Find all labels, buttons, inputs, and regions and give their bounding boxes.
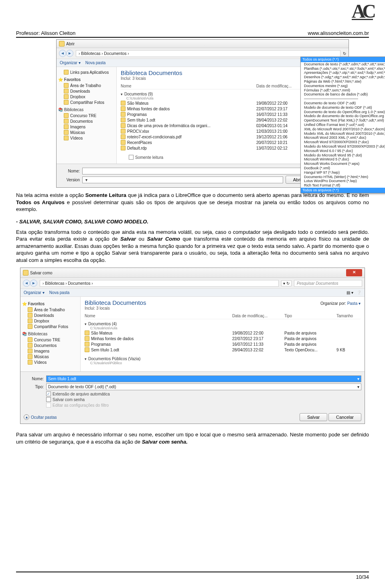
saveas-title: Salvar como xyxy=(30,271,53,275)
filetype-option[interactable]: Microsoft Word 97/2000/XP/2003 (*.doc) xyxy=(302,140,385,144)
newfolder-button[interactable]: Nova pasta xyxy=(49,290,70,295)
filetype-option[interactable]: Documento de texto ODF (*.odt) xyxy=(302,101,385,105)
filetype-option[interactable]: Lotus WordPro Document (*.lwp) xyxy=(302,179,385,183)
view-icon[interactable]: ▤ ▾ ❔ xyxy=(346,290,361,295)
sidebar-links[interactable]: Links para Aplicativos xyxy=(58,69,115,75)
filetype-selected[interactable]: Todos os arquivos (*.*) xyxy=(301,57,385,62)
sidebar-item[interactable]: Compartilhar Fotos xyxy=(22,324,79,329)
filetype-option[interactable]: Unified Office Format text (*.uof;*.uot) xyxy=(302,123,385,127)
organize-button[interactable]: Organizar ▾ xyxy=(24,290,45,295)
version-combo[interactable]: ▾ xyxy=(82,176,283,183)
save-button[interactable]: Salvar xyxy=(300,413,327,421)
filetype-selected-bottom[interactable]: Todos os arquivos (*.*) xyxy=(301,188,385,193)
filetype-option[interactable]: Modelo do Microsoft Word 97/2000/XP/2003… xyxy=(302,144,385,149)
col-size[interactable]: Tamanho xyxy=(336,314,361,318)
cancel-button[interactable]: Cancelar xyxy=(328,413,361,421)
folder-icon xyxy=(59,41,65,47)
group-header[interactable]: Documentos (4) xyxy=(88,322,117,326)
back-icon[interactable]: ◄ xyxy=(23,280,30,287)
breadcrumb[interactable]: › Bibliotecas › Documentos › xyxy=(76,50,340,57)
organize-button[interactable]: Organizar ▾ xyxy=(60,61,81,65)
sidebar-item[interactable]: Documentos xyxy=(58,118,115,124)
readonly-checkbox[interactable] xyxy=(129,155,134,160)
password-checkbox[interactable] xyxy=(46,397,51,402)
sidebar-item[interactable]: Músicas xyxy=(58,130,115,135)
filetype-option[interactable]: Documentos de banco de dados (*.odb) xyxy=(302,92,385,97)
password-label: Salvar com senha xyxy=(53,397,85,402)
name-input[interactable]: Sem título 1.odt ▾ xyxy=(46,375,361,382)
sidebar-item[interactable]: Imagens xyxy=(58,124,115,130)
sidebar-item[interactable]: Dropbox xyxy=(22,318,79,324)
sidebar-item[interactable]: Concurso TRE xyxy=(58,113,115,118)
col-type[interactable]: Tipo xyxy=(284,314,336,318)
filetype-option[interactable]: Documentos mestre (*.sxg) xyxy=(302,84,385,88)
filetype-option[interactable]: Apresentações (*.odp;*.otp;*.sti;*.sxd;*… xyxy=(302,71,385,75)
type-combo[interactable]: Documento de texto ODF (.odt) (*.odt)▾ xyxy=(46,383,361,390)
refresh-icon[interactable]: ↻ xyxy=(343,51,346,56)
filetype-option[interactable]: Microsoft WinWord 5 (*.doc) xyxy=(302,157,385,162)
chevron-up-icon[interactable]: ▴ xyxy=(24,414,29,420)
sidebar-item[interactable]: Compartilhar Fotos xyxy=(58,99,115,105)
refresh-icon[interactable]: ▾ ↻ xyxy=(281,280,292,286)
filetype-option[interactable]: Rich Text Format (*.rtf) xyxy=(302,183,385,188)
bibliotecas-label: Bibliotecas xyxy=(64,107,83,112)
sidebar-item[interactable]: Downloads xyxy=(22,312,79,318)
orgby-value[interactable]: Pasta ▾ xyxy=(347,301,361,306)
group-header[interactable]: Documentos (9) xyxy=(124,92,153,96)
filetype-option[interactable]: Microsoft Word 2003 XML (*.xml;*.doc) xyxy=(302,136,385,140)
col-name[interactable]: Nome xyxy=(85,314,232,318)
col-name[interactable]: Nome xyxy=(121,84,256,88)
file-row[interactable]: Programas16/07/2012 11:33Pasta de arquiv… xyxy=(85,341,361,347)
sidebar-item[interactable]: Downloads xyxy=(58,88,115,94)
back-icon[interactable]: ◄ xyxy=(59,50,66,57)
filetype-option[interactable]: DocBook (*.xml) xyxy=(302,166,385,170)
group2-header[interactable]: Documentos Públicos (Vazia) xyxy=(88,357,140,361)
filetype-option[interactable]: Modelo de documento de texto do OpenOffi… xyxy=(302,114,385,118)
filetype-option[interactable]: Documento HTML (Writer) (*.html;*.htm) xyxy=(302,175,385,179)
bibliotecas-label: Bibliotecas xyxy=(28,332,47,336)
filter-label: Editar as configurações do filtro xyxy=(53,403,109,408)
file-row[interactable]: Minhas fontes de dados22/07/2012 23:17Pa… xyxy=(85,336,361,341)
close-icon[interactable]: ✕ xyxy=(346,269,362,276)
sidebar-item[interactable]: Documentos xyxy=(22,343,79,348)
auto-ext-checkbox[interactable]: ✓ xyxy=(46,391,51,396)
page-footer: 10/34 xyxy=(16,572,369,580)
filetype-option[interactable]: Hangul WP 97 (*.hwp) xyxy=(302,170,385,175)
filetype-option[interactable]: Modelo de documento de texto ODF (*.ott) xyxy=(302,105,385,110)
screenshot-open-dialog: Abrir ◄► › Bibliotecas › Documentos › ↻ … xyxy=(56,39,349,188)
newfolder-button[interactable]: Nova pasta xyxy=(85,61,106,65)
filetype-option[interactable]: Desenhos (*.odg;*.otg;*.sxd;*.std;*.sgv;… xyxy=(302,75,385,79)
filetype-option[interactable]: Modelo do Microsoft Word 95 (*.dot) xyxy=(302,153,385,158)
filetype-option[interactable]: Páginas da Web (*.html;*.htm;*.stw) xyxy=(302,79,385,84)
filetype-option[interactable]: Microsoft Word 6.0 / 95 (*.doc) xyxy=(302,149,385,153)
fwd-icon[interactable]: ► xyxy=(66,50,73,57)
sidebar-item[interactable]: Imagens xyxy=(22,348,79,354)
sidebar-item[interactable]: Concurso TRE xyxy=(22,337,79,343)
filetype-option[interactable]: Modelo XML do Microsoft Word 2007/2010 (… xyxy=(302,132,385,136)
sidebar-item[interactable]: Dropbox xyxy=(58,94,115,99)
filetype-option[interactable]: Planilhas (*.ods;*.ots;*.sxc;*.stc;*.fod… xyxy=(302,67,385,71)
breadcrumb[interactable]: › Bibliotecas › Documentos › xyxy=(40,280,279,287)
search-input[interactable]: Pesquisar Documentos xyxy=(294,280,362,287)
sidebar-item[interactable]: Vídeos xyxy=(58,135,115,141)
sidebar-item[interactable]: Vídeos xyxy=(22,359,79,365)
filetype-option[interactable]: Documento de texto do OpenOffice.org 1.0… xyxy=(302,110,385,114)
group2-path: C:\Usuários\Público xyxy=(90,361,361,365)
col-date[interactable]: Data de modificaç... xyxy=(232,314,284,318)
file-row[interactable]: São Mateus19/08/2012 22:00Pasta de arqui… xyxy=(85,330,361,336)
filetype-option[interactable]: ——————————————— xyxy=(302,97,385,101)
sidebar-item[interactable]: Área de Trabalho xyxy=(22,307,79,312)
filetype-option[interactable]: Microsoft Works Document (*.wps) xyxy=(302,162,385,166)
file-row[interactable]: Sem título 1.odt28/04/2013 22:02Texto Op… xyxy=(85,347,361,353)
sidebar-item[interactable]: Área de Trabalho xyxy=(58,83,115,88)
filetype-option[interactable]: Fórmulas (*.odf;*.sxm;*.mml) xyxy=(302,88,385,93)
filetype-option[interactable]: OpenDocument Text (Flat XML) (*.fodt;*.o… xyxy=(302,118,385,123)
type-label: Tipo: xyxy=(24,385,44,389)
filetype-option[interactable]: XML do Microsoft Word 2007/2010 (*.docx;… xyxy=(302,127,385,132)
filetype-dropdown[interactable]: Todos os arquivos (*.*) Documentos de te… xyxy=(300,57,385,193)
hide-folders-link[interactable]: Ocultar pastas xyxy=(31,415,57,420)
fwd-icon[interactable]: ► xyxy=(30,280,37,287)
filetype-option[interactable]: Documentos de texto (*.odt;*.odm;*.odt;*… xyxy=(302,62,385,67)
col-date[interactable]: Data de modificaç... xyxy=(256,84,300,88)
sidebar-item[interactable]: Músicas xyxy=(22,354,79,359)
